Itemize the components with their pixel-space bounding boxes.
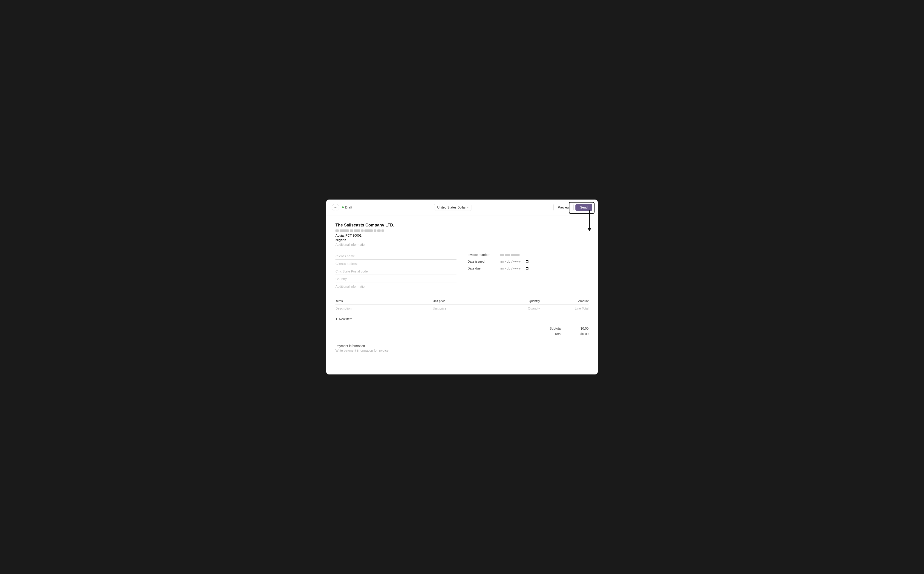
totals-section: Subtotal $0.00 Total $0.00	[335, 326, 589, 337]
invoice-content: The Sailscasts Company LTD. Abuja, FCT 9…	[326, 215, 598, 361]
preview-button[interactable]: Preview	[553, 204, 574, 211]
form-section: Invoice number Date issued Date due	[335, 253, 589, 291]
total-label: Total	[554, 332, 561, 336]
back-button[interactable]: ←	[332, 204, 339, 211]
payment-section: Payment information Write payment inform…	[335, 344, 589, 352]
client-address-input[interactable]	[335, 260, 456, 267]
payment-title: Payment information	[335, 344, 589, 348]
total-value: $0.00	[573, 332, 589, 336]
company-address-blurred	[335, 229, 589, 232]
draft-dot-icon	[342, 207, 344, 208]
invoice-meta-section: Invoice number Date issued Date due	[468, 253, 589, 291]
blur-9	[381, 229, 384, 232]
new-item-label: New item	[339, 317, 352, 321]
items-table-header: Items Unit price Quantity Amount	[335, 297, 589, 305]
client-additional-field[interactable]	[335, 283, 456, 290]
plus-icon: +	[335, 317, 337, 321]
blur-2	[340, 229, 349, 232]
payment-placeholder: Write payment information for invoice.	[335, 348, 589, 352]
blur-6	[364, 229, 373, 232]
col-amount: Amount	[540, 299, 589, 303]
client-name-input[interactable]	[335, 253, 456, 260]
blur-8	[377, 229, 381, 232]
company-city: Abuja, FCT 90001	[335, 233, 589, 237]
client-country-field[interactable]	[335, 276, 456, 282]
top-bar-right: Preview Send	[553, 204, 592, 211]
client-country-input[interactable]	[335, 276, 456, 282]
inv-blur-2	[505, 254, 510, 256]
subtotal-label: Subtotal	[550, 326, 561, 330]
date-due-label: Date due	[468, 266, 497, 270]
invoice-number-value	[500, 254, 589, 256]
client-section	[335, 253, 456, 291]
total-row: Total $0.00	[554, 332, 589, 336]
client-additional-input[interactable]	[335, 283, 456, 290]
date-due-row: Date due	[468, 266, 589, 270]
unit-price-input[interactable]	[433, 307, 491, 310]
back-icon: ←	[334, 205, 337, 209]
inv-blur-1	[500, 254, 504, 256]
new-item-button[interactable]: + New item	[335, 317, 353, 321]
subtotal-value: $0.00	[573, 326, 589, 330]
blur-3	[350, 229, 353, 232]
col-quantity: Quantity	[491, 299, 540, 303]
client-address-field[interactable]	[335, 260, 456, 267]
currency-dropdown[interactable]: United States Dollar ▾	[434, 204, 471, 211]
table-row	[335, 305, 589, 312]
top-bar: ← Draft United States Dollar ▾ Preview S…	[326, 200, 598, 215]
col-unit-price: Unit price	[433, 299, 491, 303]
top-bar-left: ← Draft	[332, 204, 352, 211]
blur-1	[335, 229, 339, 232]
company-name: The Sailscasts Company LTD.	[335, 223, 589, 228]
line-total-input[interactable]	[540, 307, 589, 310]
date-due-input[interactable]	[500, 266, 529, 270]
send-button[interactable]: Send	[575, 204, 592, 211]
chevron-down-icon: ▾	[467, 206, 468, 209]
date-issued-label: Date issued	[468, 260, 497, 263]
blur-7	[374, 229, 376, 232]
draft-label: Draft	[345, 205, 352, 209]
invoice-number-label: Invoice number	[468, 253, 497, 257]
inv-blur-3	[511, 254, 519, 256]
draft-status: Draft	[342, 205, 352, 209]
subtotal-row: Subtotal $0.00	[550, 326, 589, 330]
date-issued-row: Date issued	[468, 259, 589, 263]
date-due-value[interactable]	[500, 266, 589, 270]
invoice-number-row: Invoice number	[468, 253, 589, 257]
date-issued-input[interactable]	[500, 259, 529, 263]
company-country: Nigeria	[335, 238, 589, 242]
invoice-window: ← Draft United States Dollar ▾ Preview S…	[326, 200, 598, 374]
description-input[interactable]	[335, 307, 433, 310]
client-city-field[interactable]	[335, 268, 456, 275]
currency-label: United States Dollar	[437, 205, 466, 209]
client-name-field[interactable]	[335, 253, 456, 260]
blur-4	[354, 229, 360, 232]
client-city-input[interactable]	[335, 268, 456, 275]
company-additional-info: Additional information	[335, 243, 589, 246]
items-table: Items Unit price Quantity Amount	[335, 297, 589, 312]
quantity-input[interactable]	[491, 307, 540, 310]
blur-5	[361, 229, 364, 232]
date-issued-value[interactable]	[500, 259, 589, 263]
col-items: Items	[335, 299, 433, 303]
